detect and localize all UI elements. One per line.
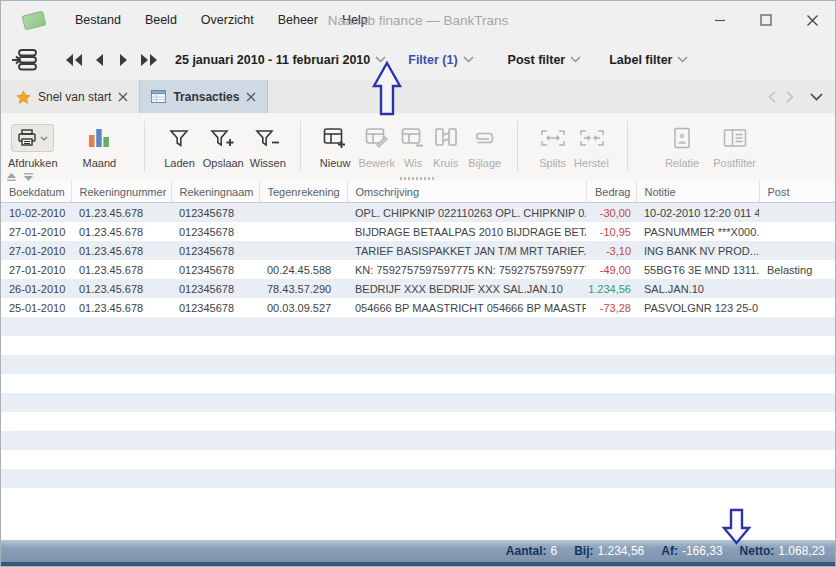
tab-close-icon[interactable] [118, 92, 128, 102]
close-button[interactable] [789, 1, 835, 39]
menu-help[interactable]: Help [330, 3, 380, 37]
spreadsheet-icon [151, 90, 166, 103]
amount-cell[interactable]: -73,28 [586, 298, 636, 317]
previous-record-button[interactable] [86, 48, 111, 72]
paperclip-icon [472, 130, 498, 146]
first-record-button[interactable] [61, 48, 86, 72]
table-row-empty[interactable] [1, 431, 836, 450]
table-merge-icon [434, 127, 458, 149]
last-record-button[interactable] [136, 48, 161, 72]
navigation-bar: 25 januari 2010 - 11 februari 2010 Filte… [1, 39, 835, 81]
menu-overzicht[interactable]: Overzicht [189, 3, 266, 37]
table-row[interactable]: 10-02-201001.23.45.678012345678OPL. CHIP… [1, 203, 836, 223]
bar-chart-icon [87, 126, 111, 150]
table-row[interactable]: 25-01-201001.23.45.67801234567800.03.09.… [1, 298, 836, 317]
table-row-empty[interactable] [1, 374, 836, 393]
label-filter-label: Label filter [609, 53, 672, 67]
menu-beeld[interactable]: Beeld [133, 3, 189, 37]
tab-label: Snel van start [38, 90, 111, 104]
tab-transacties[interactable]: Transacties [139, 80, 268, 113]
postfilter-button[interactable]: Postfilter [713, 113, 756, 169]
table-row-empty[interactable] [1, 412, 836, 431]
app-window: Bestand Beeld Overzicht Beheer Help Naan… [0, 0, 836, 567]
tab-scroll-right-icon[interactable] [786, 91, 794, 103]
funnel-icon [169, 129, 189, 148]
chevron-down-icon [677, 56, 688, 63]
sort-ascending-icon[interactable] [6, 173, 17, 181]
column-header-tegenrekening[interactable]: Tegenrekening [259, 181, 347, 203]
menu-beheer[interactable]: Beheer [266, 3, 330, 37]
filter-save-button[interactable]: Opslaan [203, 113, 244, 169]
grid-header: Boekdatum Rekeningnummer Rekeningnaam Te… [1, 181, 836, 203]
split-button[interactable]: Splits [539, 113, 566, 169]
transactions-tbody: 10-02-201001.23.45.678012345678OPL. CHIP… [1, 203, 836, 508]
tab-scroll-left-icon[interactable] [768, 91, 776, 103]
import-transactions-icon[interactable] [11, 47, 39, 73]
table-row-empty[interactable] [1, 450, 836, 469]
filter-label: Filter (1) [408, 53, 457, 67]
transactions-grid: Boekdatum Rekeningnummer Rekeningnaam Te… [1, 181, 835, 541]
tab-close-icon[interactable] [246, 92, 256, 102]
filter-clear-button[interactable]: Wissen [250, 113, 286, 169]
cross-match-button[interactable]: Kruis [433, 113, 458, 169]
chevron-down-icon [570, 56, 581, 63]
sort-descending-icon[interactable] [23, 173, 34, 181]
status-netto: Netto: 1.068,23 [740, 544, 825, 558]
attachment-button[interactable]: Bijlage [468, 113, 501, 169]
amount-cell[interactable]: -10,95 [586, 222, 636, 241]
column-header-rekeningnaam[interactable]: Rekeningnaam [171, 181, 259, 203]
new-transaction-button[interactable]: Nieuw [320, 113, 351, 169]
column-header-post[interactable]: Post [759, 181, 836, 203]
chevron-down-icon [40, 136, 48, 141]
table-row[interactable]: 27-01-201001.23.45.678012345678TARIEF BA… [1, 241, 836, 260]
amount-cell[interactable]: -49,00 [586, 260, 636, 279]
menubar: Bestand Beeld Overzicht Beheer Help [63, 3, 380, 37]
table-row-empty[interactable] [1, 488, 836, 507]
table-row-empty[interactable] [1, 469, 836, 488]
print-button[interactable]: Afdrukken [8, 113, 58, 169]
date-range-dropdown[interactable]: 25 januari 2010 - 11 februari 2010 [175, 53, 386, 67]
table-row-empty[interactable] [1, 355, 836, 374]
table-row-empty[interactable] [1, 336, 836, 355]
table-minus-icon [401, 127, 425, 149]
minimize-button[interactable] [697, 1, 743, 39]
splitter-grip[interactable] [400, 177, 436, 180]
tab-list-chevron-icon[interactable] [810, 93, 823, 101]
table-row[interactable]: 26-01-201001.23.45.67801234567878.43.57.… [1, 279, 836, 298]
record-navigation [61, 48, 161, 72]
star-icon [16, 90, 31, 104]
filter-dropdown[interactable]: Filter (1) [408, 53, 473, 67]
maximize-button[interactable] [743, 1, 789, 39]
relation-button[interactable]: Relatie [665, 113, 699, 169]
contact-card-icon [673, 127, 691, 149]
edit-transaction-button[interactable]: Bewerk [358, 113, 395, 169]
table-edit-icon [365, 127, 389, 149]
column-header-omschrijving[interactable]: Omschrijving [347, 181, 586, 203]
menu-bestand[interactable]: Bestand [63, 3, 133, 37]
funnel-minus-icon [255, 129, 281, 148]
column-header-notitie[interactable]: Notitie [636, 181, 759, 203]
column-header-bedrag[interactable]: Bedrag [586, 181, 636, 203]
month-chart-button[interactable]: Maand [83, 113, 117, 169]
amount-cell[interactable]: -30,00 [586, 203, 636, 223]
table-row[interactable]: 27-01-201001.23.45.67801234567800.24.45.… [1, 260, 836, 279]
table-row-empty[interactable] [1, 393, 836, 412]
table-row[interactable]: 27-01-201001.23.45.678012345678BIJDRAGE … [1, 222, 836, 241]
delete-transaction-button[interactable]: Wis [401, 113, 425, 169]
next-record-button[interactable] [111, 48, 136, 72]
tab-scroll-controls [768, 80, 823, 113]
status-aantal: Aantal: 6 [506, 544, 557, 558]
table-row-empty[interactable] [1, 317, 836, 336]
filter-load-button[interactable]: Laden [164, 113, 195, 169]
column-header-boekdatum[interactable]: Boekdatum [1, 181, 71, 203]
toolbar-separator [517, 121, 518, 171]
date-range-label: 25 januari 2010 - 11 februari 2010 [175, 53, 370, 67]
column-header-rekeningnummer[interactable]: Rekeningnummer [71, 181, 171, 203]
titlebar: Bestand Beeld Overzicht Beheer Help Naan… [1, 1, 835, 39]
post-filter-dropdown[interactable]: Post filter [508, 53, 582, 67]
tab-snel-van-start[interactable]: Snel van start [5, 80, 139, 113]
amount-cell[interactable]: -3,10 [586, 241, 636, 260]
restore-button[interactable]: Herstel [574, 113, 609, 169]
amount-cell[interactable]: 1.234,56 [586, 279, 636, 298]
label-filter-dropdown[interactable]: Label filter [609, 53, 688, 67]
